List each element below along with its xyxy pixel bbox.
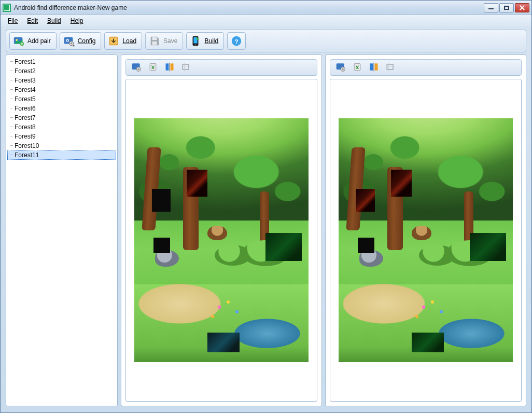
menu-file-label: File <box>8 17 18 24</box>
window-title: Android find difference maker-New game <box>14 4 484 11</box>
maximize-button[interactable] <box>499 3 514 12</box>
add-pair-label: Add pair <box>27 37 51 45</box>
svg-point-15 <box>195 44 196 45</box>
diff-marker[interactable] <box>207 333 240 352</box>
menu-edit-label: Edit <box>27 17 38 24</box>
add-pair-button[interactable]: Add pair <box>9 32 57 50</box>
help-icon: ? <box>231 35 242 47</box>
right-editor-panel <box>325 54 526 406</box>
diff-marker[interactable] <box>265 233 302 261</box>
tree-item[interactable]: Forest2 <box>7 66 116 76</box>
svg-rect-11 <box>152 37 157 40</box>
build-label: Build <box>204 37 218 45</box>
menu-build-label: Build <box>47 17 61 24</box>
svg-point-20 <box>138 68 139 70</box>
tree-item[interactable]: Forest11 <box>7 150 116 160</box>
flip-button[interactable] <box>367 61 381 74</box>
svg-rect-25 <box>183 64 189 70</box>
svg-rect-21 <box>150 63 156 70</box>
tree-item[interactable]: Forest1 <box>7 57 116 66</box>
help-button[interactable]: ? <box>227 32 246 50</box>
image-settings-icon <box>335 62 346 74</box>
recycle-icon <box>148 62 158 74</box>
left-image <box>134 118 309 362</box>
image-list-panel: Forest1Forest2Forest3Forest4Forest5Fores… <box>6 54 118 406</box>
add-pair-icon <box>13 35 24 47</box>
svg-text:?: ? <box>235 38 239 45</box>
tree-item[interactable]: Forest10 <box>7 141 116 150</box>
menu-help[interactable]: Help <box>66 16 88 25</box>
svg-rect-29 <box>354 63 360 70</box>
load-icon <box>108 35 119 47</box>
right-editor-toolbar <box>330 59 522 76</box>
tree-item[interactable]: Forest5 <box>7 94 116 104</box>
svg-rect-22 <box>166 63 169 70</box>
svg-rect-33 <box>387 64 393 70</box>
left-editor-panel <box>121 54 322 406</box>
tree-item[interactable]: Forest6 <box>7 104 116 113</box>
svg-point-7 <box>70 43 72 45</box>
crop-icon <box>181 62 191 74</box>
diff-marker[interactable] <box>391 170 412 197</box>
image-settings-button[interactable] <box>333 61 348 74</box>
menu-help-label: Help <box>71 17 83 24</box>
diff-marker[interactable] <box>153 238 170 253</box>
load-label: Load <box>122 37 136 45</box>
recycle-icon <box>352 62 362 74</box>
app-window: Android find difference maker-New game F… <box>0 0 532 413</box>
image-settings-button[interactable] <box>129 61 144 74</box>
config-label: Config <box>78 37 96 45</box>
tree-item[interactable]: Forest3 <box>7 76 116 85</box>
crop-icon <box>385 62 396 74</box>
diff-marker[interactable] <box>412 333 444 352</box>
build-icon <box>190 35 201 47</box>
tree-item[interactable]: Forest9 <box>7 132 116 141</box>
diff-marker[interactable] <box>470 233 506 261</box>
app-icon <box>3 4 11 12</box>
diff-marker[interactable] <box>152 189 171 212</box>
close-icon <box>520 5 525 10</box>
flip-icon <box>164 62 175 74</box>
left-editor-toolbar <box>125 59 317 76</box>
right-image <box>339 118 513 362</box>
tree-item[interactable]: Forest7 <box>7 113 116 122</box>
flip-button[interactable] <box>162 61 177 74</box>
workspace: Forest1Forest2Forest3Forest4Forest5Fores… <box>1 54 531 411</box>
crop-button[interactable] <box>179 61 193 74</box>
recycle-button[interactable] <box>146 61 160 74</box>
diff-marker[interactable] <box>356 189 375 212</box>
svg-point-5 <box>67 40 68 42</box>
svg-rect-23 <box>171 63 174 70</box>
save-icon <box>149 35 160 47</box>
close-button[interactable] <box>515 3 529 12</box>
minimize-icon <box>488 6 494 9</box>
tree-item[interactable]: Forest8 <box>7 122 116 132</box>
config-button[interactable]: Config <box>60 32 102 50</box>
build-button[interactable]: Build <box>186 32 224 50</box>
crop-button[interactable] <box>383 61 398 74</box>
left-canvas[interactable] <box>125 79 317 402</box>
main-toolbar: Add pair Config Load Save Build <box>6 30 526 52</box>
minimize-button[interactable] <box>484 3 498 12</box>
menu-edit[interactable]: Edit <box>23 16 42 25</box>
save-button[interactable]: Save <box>145 32 183 50</box>
svg-rect-30 <box>370 63 373 70</box>
svg-rect-12 <box>152 42 157 45</box>
image-settings-icon <box>131 62 142 74</box>
tree-item[interactable]: Forest4 <box>7 85 116 94</box>
menu-file[interactable]: File <box>4 16 22 25</box>
window-controls <box>484 3 529 12</box>
load-button[interactable]: Load <box>104 32 142 50</box>
titlebar: Android find difference maker-New game <box>1 1 531 15</box>
statusbar-spacer <box>1 411 531 412</box>
svg-rect-31 <box>375 63 378 70</box>
menu-build[interactable]: Build <box>43 16 65 25</box>
svg-point-28 <box>342 68 344 70</box>
diff-marker[interactable] <box>187 170 207 197</box>
maximize-icon <box>504 6 509 10</box>
recycle-button[interactable] <box>350 61 365 74</box>
diff-marker[interactable] <box>358 238 374 253</box>
flip-icon <box>369 62 379 74</box>
right-canvas[interactable] <box>330 79 522 402</box>
save-label: Save <box>163 37 177 45</box>
